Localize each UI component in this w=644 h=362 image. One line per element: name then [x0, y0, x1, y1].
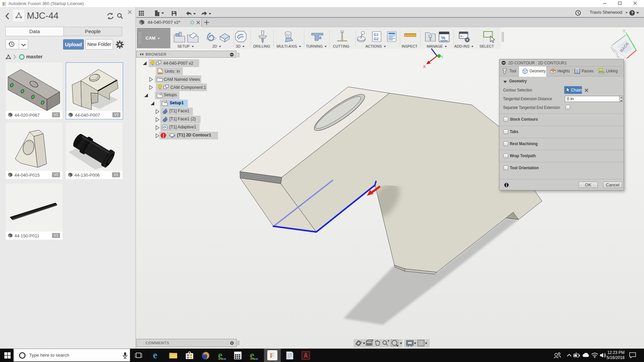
- svg-text:F: F: [270, 352, 274, 359]
- svg-text:X: X: [423, 64, 426, 69]
- svg-text:Y: Y: [623, 28, 626, 34]
- svg-text:Y: Y: [441, 55, 443, 59]
